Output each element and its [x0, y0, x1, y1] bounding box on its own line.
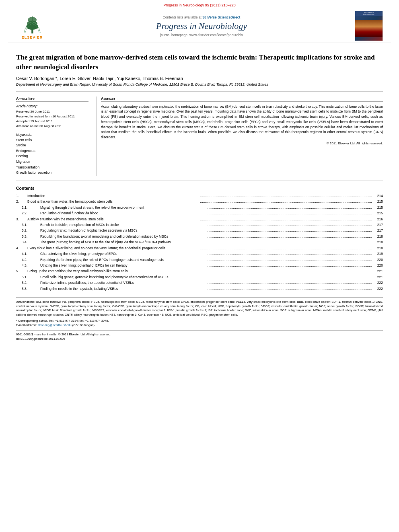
journal-meta-top: Progress in Neurobiology 95 (2011) 213–2… — [8, 3, 391, 7]
keyword-2: Endogenous — [16, 148, 88, 154]
article-history: Article history: Received 20 June 2011 R… — [16, 104, 88, 129]
abbrev-text: BM, bone marrow; PB, peripheral blood; H… — [16, 300, 383, 316]
article-info-label: Article Info — [16, 97, 88, 102]
main-content: The great migration of bone marrow-deriv… — [0, 43, 399, 345]
footer-section: Abbreviations: BM, bone marrow; PB, peri… — [16, 297, 383, 341]
elsevier-logo: ELSEVIER — [16, 12, 48, 39]
journal-homepage: journal homepage: www.elsevier.com/locat… — [48, 33, 355, 37]
history-row-4: Available online 30 August 2011 — [16, 124, 88, 129]
article-title: The great migration of bone marrow-deriv… — [16, 53, 383, 72]
keywords-block: Keywords: Stem cells Stroke Endogenous H… — [16, 133, 88, 176]
toc-item-5: 5. Sizing up the competition; the very s… — [16, 268, 383, 274]
toc-item-3-2: 3.2. Regulating traffic; mediation of tr… — [16, 228, 383, 233]
abbrev-label: Abbreviations: — [16, 300, 36, 304]
toc-item-2-1: 2.1. Migrating through the blood stream;… — [16, 205, 383, 210]
journal-banner: ELSEVIER Contents lists available at Sci… — [8, 9, 391, 43]
history-label: Article history: — [16, 104, 88, 108]
toc-item-3-3: 3.3. Rebuilding the foundation; axonal r… — [16, 234, 383, 239]
history-row-2: Received in revised form 10 August 2011 — [16, 114, 88, 119]
keyword-1: Stroke — [16, 143, 88, 148]
divider-contents — [16, 181, 383, 181]
keywords-label: Keywords: — [16, 133, 88, 137]
toc-item-3-4: 3.4. The great journey; homing of MSCs t… — [16, 239, 383, 245]
email-address: E-mail address: cborlong@health.usf.edu … — [16, 323, 383, 327]
toc-item-4: 4. Every cloud has a silver lining, and … — [16, 245, 383, 251]
doi-text: doi:10.1016/j.pneurobio.2011.08.005 — [16, 337, 383, 341]
toc-item-4-2: 4.2. Repairing the broken pipes; the rol… — [16, 257, 383, 263]
corresponding-author: * Corresponding author. Tel.: +1 813 974… — [16, 318, 383, 323]
sciverse-text: Contents lists available at SciVerse Sci… — [48, 15, 355, 19]
keyword-3: Homing — [16, 154, 88, 159]
toc-item-4-1: 4.1. Characterizing the silver lining; p… — [16, 251, 383, 257]
toc-item-5-1: 5.1. Small cells, big genes; genomic imp… — [16, 274, 383, 280]
email-link[interactable]: cborlong@health.usf.edu — [38, 323, 72, 327]
journal-header: Progress in Neurobiology 95 (2011) 213–2… — [0, 0, 399, 43]
toc-item-3: 3. A sticky situation with the mesenchym… — [16, 216, 383, 222]
journal-cover-image: PROGRESS INNEUROBIOLOGY — [355, 11, 383, 41]
abstract-text: Accumulating laboratory studies have imp… — [101, 104, 383, 140]
issn-text: 0301-0082/$ – see front matter © 2011 El… — [16, 332, 383, 337]
divider-top — [16, 91, 383, 92]
journal-name: Progress in Neurobiology — [48, 21, 355, 31]
footer-notes: * Corresponding author. Tel.: +1 813 974… — [16, 318, 383, 328]
footer-issn: 0301-0082/$ – see front matter © 2011 El… — [16, 330, 383, 341]
toc-item-5-2: 5.2. Finite size, infinite possibilities… — [16, 280, 383, 286]
contents-section: Contents 1. Introduction ...............… — [16, 186, 383, 292]
toc-item-1: 1. Introduction ........................… — [16, 193, 383, 199]
history-row-1: Received 20 June 2011 — [16, 109, 88, 114]
authors: Cesar V. Borlongan *, Loren E. Glover, N… — [16, 76, 383, 81]
keyword-6: Growth factor secretion — [16, 170, 88, 176]
toc-item-5-3: 5.3. Finding the needle in the haystack;… — [16, 286, 383, 292]
toc-item-2: 2. Blood is thicker than water; the hema… — [16, 199, 383, 204]
history-row-3: Accepted 15 August 2011 — [16, 119, 88, 124]
affiliation: Department of Neurosurgery and Brain Rep… — [16, 82, 383, 86]
article-info-column: Article Info Article history: Received 2… — [16, 97, 88, 176]
elsevier-tree-icon — [21, 12, 43, 35]
page: Progress in Neurobiology 95 (2011) 213–2… — [0, 0, 399, 532]
abstract-column: Abstract Accumulating laboratory studies… — [97, 97, 383, 176]
keyword-4: Migration — [16, 159, 88, 165]
abstract-label: Abstract — [101, 97, 383, 102]
sciverse-link[interactable]: SciVerse ScienceDirect — [202, 15, 240, 19]
footer-abbreviations: Abbreviations: BM, bone marrow; PB, peri… — [16, 300, 383, 317]
article-body-columns: Article Info Article history: Received 2… — [16, 97, 383, 176]
copyright-line: © 2011 Elsevier Ltd. All rights reserved… — [101, 142, 383, 145]
toc-item-3-1: 3.1. Bench to bedside; transplantation o… — [16, 222, 383, 228]
journal-title-center: Contents lists available at SciVerse Sci… — [48, 15, 355, 37]
elsevier-text: ELSEVIER — [22, 35, 43, 39]
toc-item-2-2: 2.2. Regulation of neural function via b… — [16, 210, 383, 216]
abstract-section: Accumulating laboratory studies have imp… — [101, 104, 383, 145]
keyword-0: Stem cells — [16, 138, 88, 143]
keyword-5: Transplantation — [16, 165, 88, 170]
toc-item-4-3: 4.3. Utilizing the silver lining; potent… — [16, 263, 383, 268]
contents-title: Contents — [16, 186, 383, 191]
